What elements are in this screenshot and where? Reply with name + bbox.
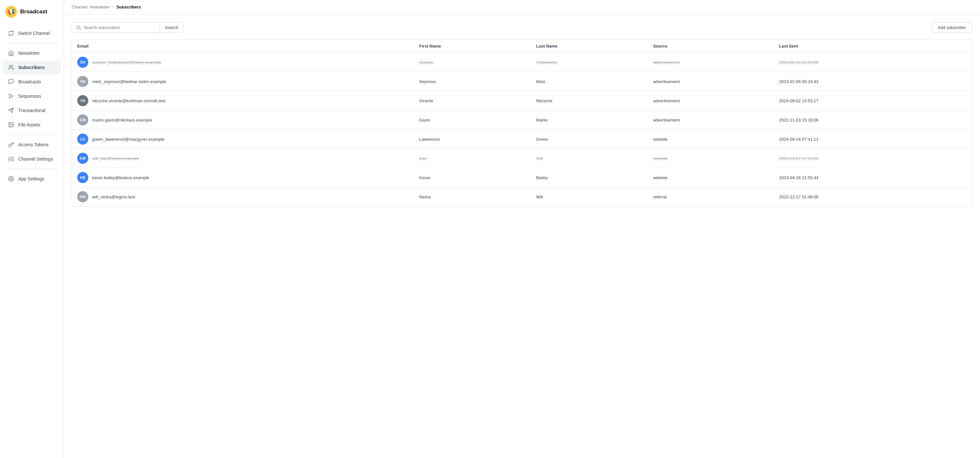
- switch-channel-icon: [8, 30, 14, 37]
- avatar-2: VN: [77, 95, 88, 106]
- cell-lastsent-5: 2023-12-27 17:53:24: [774, 149, 972, 168]
- cell-firstname-2: Vicente: [414, 91, 531, 110]
- breadcrumb-separator: ›: [112, 5, 114, 10]
- col-email: Email: [72, 40, 414, 53]
- cell-firstname-5: Kari: [414, 149, 531, 168]
- col-lastname: Last Name: [531, 40, 648, 53]
- col-source: Source: [648, 40, 774, 53]
- sliders-icon: [8, 156, 14, 162]
- email-link-4[interactable]: green_lawerence@macgyver.example: [92, 137, 164, 142]
- breadcrumb-current: Subscribers: [116, 5, 141, 10]
- logo[interactable]: 📢 Broadcast: [0, 0, 64, 24]
- switch-channel-label: Switch Channel: [18, 30, 50, 36]
- search-input[interactable]: [84, 22, 155, 33]
- message-icon: [8, 78, 14, 85]
- sidebar-item-newsletter[interactable]: Newsletter: [3, 46, 61, 60]
- avatar-0: SH: [77, 57, 88, 68]
- sidebar-item-subscribers[interactable]: Subscribers: [3, 60, 61, 74]
- transactional-label: Transactional: [18, 108, 46, 113]
- svg-point-5: [10, 124, 10, 124]
- cell-email-5: KW will_kari@bayer.example: [72, 149, 414, 168]
- subscribers-table: Email First Name Last Name Source Last S…: [72, 40, 972, 206]
- cell-email-4: LG green_lawerence@macgyver.example: [72, 130, 414, 149]
- table-row[interactable]: SM metz_seymour@bednar-larkin.example Se…: [72, 72, 972, 91]
- avatar-7: NW: [77, 191, 88, 202]
- sidebar-item-access-tokens[interactable]: Access Tokens: [3, 138, 61, 151]
- sidebar-item-switch-channel[interactable]: Switch Channel: [3, 26, 61, 40]
- sidebar-item-broadcasts[interactable]: Broadcasts: [3, 75, 61, 89]
- email-link-0[interactable]: suzann_hodkiewicz@flatley.example: [92, 60, 161, 65]
- table-row[interactable]: VN nitzsche.vicente@kuhlman-schmitt.test…: [72, 91, 972, 110]
- main-content: Channel: Newsletter › Subscribers: [64, 0, 980, 458]
- table-row[interactable]: KB karan.bailey@brakus.example Karan Bai…: [72, 168, 972, 187]
- logo-text: Broadcast: [20, 8, 47, 15]
- home-icon: [8, 50, 14, 56]
- cell-source-0: advertisement: [648, 53, 774, 72]
- content-area: Search Add subscriber Email First Name L…: [64, 14, 980, 458]
- table-row[interactable]: NW will_nedra@legros.test Nedra Will ref…: [72, 187, 972, 207]
- table-row[interactable]: LG green_lawerence@macgyver.example Lawe…: [72, 130, 972, 149]
- key-icon: [8, 142, 14, 148]
- cell-source-3: advertisement: [648, 110, 774, 130]
- cell-lastsent-1: 2023-02-06 05:24:43: [774, 72, 972, 91]
- cell-firstname-6: Karan: [414, 168, 531, 187]
- cell-lastsent-0: 2024-05-23 22:58:06: [774, 53, 972, 72]
- sidebar-item-channel-settings[interactable]: Channel Settings: [3, 152, 61, 166]
- cell-email-7: NW will_nedra@legros.test: [72, 187, 414, 207]
- sidebar-item-transactional[interactable]: Transactional: [3, 103, 61, 117]
- email-link-6[interactable]: karan.bailey@brakus.example: [92, 175, 149, 180]
- table-row[interactable]: GM marks.gavin@nikolaus.example Gavin Ma…: [72, 110, 972, 130]
- add-subscriber-button[interactable]: Add subscriber: [931, 22, 972, 33]
- cell-lastname-0: Hodkiewicz: [531, 53, 648, 72]
- file-assets-label: File Assets: [18, 122, 40, 127]
- search-row: Search Add subscriber: [72, 22, 972, 33]
- avatar-6: KB: [77, 172, 88, 183]
- table-row[interactable]: KW will_kari@bayer.example Kari Will web…: [72, 149, 972, 168]
- sidebar-item-file-assets[interactable]: File Assets: [3, 118, 61, 132]
- image-icon: [8, 121, 14, 128]
- cell-email-1: SM metz_seymour@bednar-larkin.example: [72, 72, 414, 91]
- avatar-3: GM: [77, 114, 88, 126]
- search-input-wrapper: [72, 22, 159, 33]
- subscribers-table-container: Email First Name Last Name Source Last S…: [72, 40, 972, 207]
- sequences-label: Sequences: [18, 94, 41, 99]
- email-link-1[interactable]: metz_seymour@bednar-larkin.example: [92, 79, 166, 84]
- search-box: Search: [72, 22, 184, 33]
- table-body: SH suzann_hodkiewicz@flatley.example Suz…: [72, 53, 972, 207]
- users-icon: [8, 64, 14, 71]
- svg-point-16: [77, 26, 78, 27]
- search-button[interactable]: Search: [159, 22, 183, 33]
- cell-email-3: GM marks.gavin@nikolaus.example: [72, 110, 414, 130]
- send-icon: [8, 107, 14, 114]
- channel-settings-label: Channel Settings: [18, 156, 53, 162]
- cell-source-5: website: [648, 149, 774, 168]
- sidebar-nav: Switch Channel Newsletter Subs: [0, 24, 64, 458]
- cell-lastname-1: Metz: [531, 72, 648, 91]
- email-link-3[interactable]: marks.gavin@nikolaus.example: [92, 118, 152, 122]
- logo-icon: 📢: [5, 6, 17, 17]
- gear-icon: [8, 176, 14, 182]
- cell-email-6: KB karan.bailey@brakus.example: [72, 168, 414, 187]
- newsletter-label: Newsletter: [18, 51, 40, 56]
- email-link-2[interactable]: nitzsche.vicente@kuhlman-schmitt.test: [92, 99, 165, 103]
- play-icon: [8, 93, 14, 99]
- subscribers-label: Subscribers: [18, 65, 45, 70]
- sidebar-item-app-settings[interactable]: App Settings: [3, 172, 61, 186]
- table-header: Email First Name Last Name Source Last S…: [72, 40, 972, 53]
- cell-firstname-7: Nedra: [414, 187, 531, 207]
- cell-email-2: VN nitzsche.vicente@kuhlman-schmitt.test: [72, 91, 414, 110]
- sidebar-divider-1: [5, 43, 58, 43]
- cell-lastsent-3: 2022-11-03 15:19:06: [774, 110, 972, 130]
- email-link-7[interactable]: will_nedra@legros.test: [92, 194, 135, 199]
- svg-point-15: [10, 178, 12, 180]
- cell-email-0: SH suzann_hodkiewicz@flatley.example: [72, 53, 414, 72]
- cell-lastsent-4: 2024-09-14 07:41:11: [774, 130, 972, 149]
- cell-source-6: website: [648, 168, 774, 187]
- access-tokens-label: Access Tokens: [18, 142, 49, 147]
- sidebar-item-sequences[interactable]: Sequences: [3, 89, 61, 103]
- cell-lastname-2: Nitzsche: [531, 91, 648, 110]
- table-row[interactable]: SH suzann_hodkiewicz@flatley.example Suz…: [72, 53, 972, 72]
- cell-source-1: advertisement: [648, 72, 774, 91]
- cell-lastname-4: Green: [531, 130, 648, 149]
- email-link-5[interactable]: will_kari@bayer.example: [92, 156, 139, 161]
